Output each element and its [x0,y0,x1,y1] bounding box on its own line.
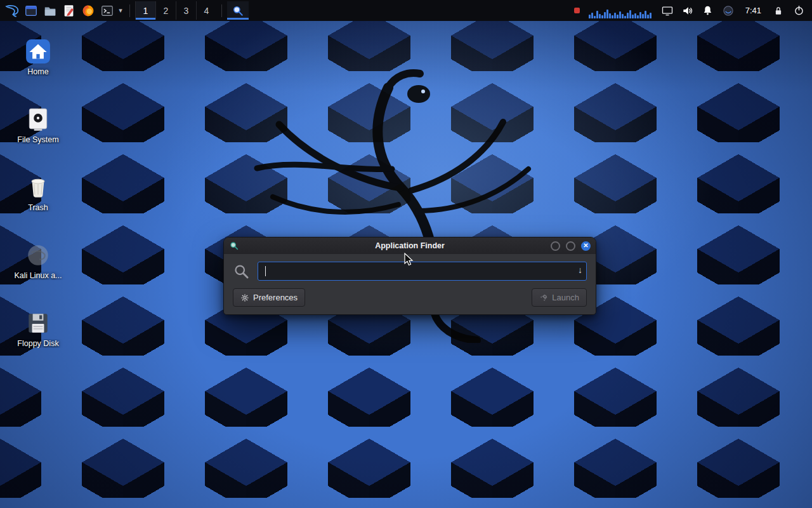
button-row: Preferences Launch [233,288,587,307]
panel-tray: 7:41 [572,0,812,21]
search-input[interactable] [258,262,587,281]
search-input-wrapper: ↓ [258,262,587,281]
lock-icon[interactable] [769,1,788,20]
file-system-icon [0,104,76,133]
kali-installer-icon [0,239,76,269]
app-finder-icon [232,4,244,17]
tray-indicator-icon[interactable] [574,8,580,13]
top-panel: ▾ 1 2 3 4 [0,0,812,21]
workspace-button-3[interactable]: 3 [176,1,196,20]
desktop-icon-home[interactable]: Home [0,36,76,76]
logout-power-icon[interactable] [789,1,808,20]
desktop-icon-file-system[interactable]: File System [0,104,76,144]
floppy-disk-icon [0,307,76,337]
window-buttons: ✕ [551,241,591,251]
window-finder-icon [229,241,239,251]
kali-menu-icon[interactable] [3,1,22,20]
desktop-icon-trash[interactable]: Trash [0,171,76,212]
notifications-bell-icon[interactable] [698,1,717,20]
workspace-button-1[interactable]: 1 [135,1,155,20]
minimize-button[interactable] [551,241,560,251]
system-load-graph[interactable] [589,3,652,18]
launch-label: Launch [552,293,579,302]
desktop-icon-label: File System [0,135,76,144]
terminal-chevron-down-icon[interactable]: ▾ [117,6,124,15]
clock[interactable]: 7:41 [739,6,768,15]
panel-separator [129,4,130,17]
display-icon[interactable] [658,1,677,20]
preferences-button[interactable]: Preferences [233,288,305,307]
volume-icon[interactable] [678,1,697,20]
text-editor-icon[interactable] [60,1,79,20]
window-titlebar[interactable]: Application Finder ✕ [224,237,596,254]
trash-icon [0,171,76,201]
search-row: ↓ [233,262,587,281]
window-title: Application Finder [224,241,596,250]
panel-launchers: ▾ 1 2 3 4 [0,0,249,21]
terminal-icon[interactable] [98,1,117,20]
launch-button[interactable]: Launch [532,288,587,307]
panel-separator-2 [221,4,222,17]
desktop-icon-label: Floppy Disk [0,339,76,348]
status-circle-icon[interactable] [719,1,738,20]
search-icon [233,263,250,280]
taskbar-application-finder-button[interactable] [227,1,249,20]
desktop-icon-floppy-disk[interactable]: Floppy Disk [0,307,76,348]
maximize-button[interactable] [566,241,575,251]
home-icon [0,36,76,65]
close-button[interactable]: ✕ [581,241,591,251]
application-finder-window: Application Finder ✕ ↓ [223,237,596,315]
launch-rocket-icon [539,293,548,302]
text-caret [265,266,266,276]
file-manager-icon[interactable] [41,1,60,20]
dropdown-arrow-icon[interactable]: ↓ [578,265,582,275]
desktop-icon-label: Home [0,67,76,76]
preferences-label: Preferences [253,293,298,302]
desktop-icon-kali-linux[interactable]: Kali Linux a... [0,239,76,280]
app-window-icon[interactable] [22,1,41,20]
workspace-button-4[interactable]: 4 [196,1,216,20]
desktop-icon-label: Kali Linux a... [0,271,76,280]
firefox-icon[interactable] [79,1,98,20]
desktop-icon-label: Trash [0,203,76,212]
workspace-button-2[interactable]: 2 [155,1,176,20]
gear-icon [240,293,249,302]
window-body: ↓ Preferences Launch [224,254,596,314]
